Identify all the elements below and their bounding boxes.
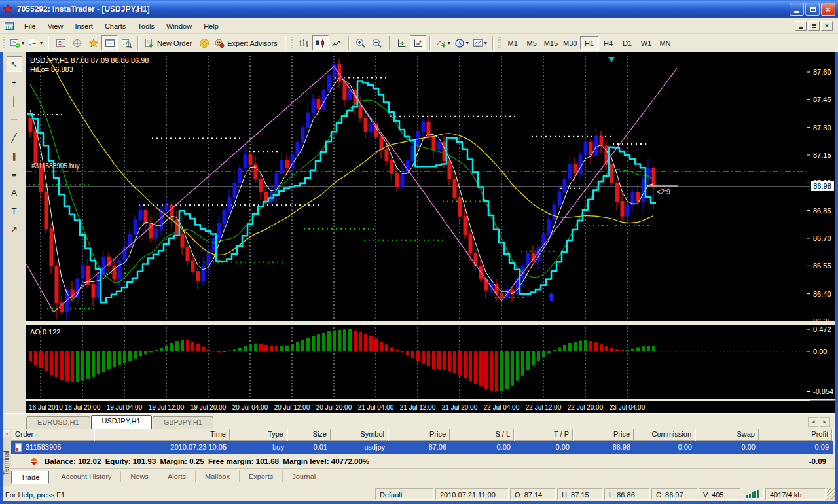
crosshair-tool-button[interactable]: + [7, 75, 22, 90]
templates-button[interactable]: ▾ [471, 35, 489, 50]
terminal-tab-alerts[interactable]: Alerts [158, 471, 196, 482]
terminal-tab-news[interactable]: News [121, 471, 158, 482]
zoom-in-button[interactable] [353, 35, 369, 50]
ao-bar [479, 351, 483, 386]
periods-button[interactable]: ▾ [452, 35, 471, 50]
timeframe-h4-button[interactable]: H4 [599, 36, 618, 50]
pane-divider[interactable] [26, 321, 810, 325]
terminal-button[interactable] [101, 35, 118, 50]
price-axis[interactable]: 87.6087.4587.3087.1587.0086.8586.7086.55… [810, 52, 835, 413]
column-header-type[interactable]: Type [230, 429, 288, 441]
candle [589, 142, 592, 155]
horizontal-line-tool-button[interactable]: ─ [7, 111, 22, 127]
expert-advisors-button[interactable]: Expert Advisors [212, 35, 281, 50]
time-axis-label: 21 Jul 12:00 [400, 404, 436, 411]
menu-charts[interactable]: Charts [99, 20, 132, 33]
close-button[interactable]: × [821, 3, 835, 16]
timeframe-h1-button[interactable]: H1 [580, 36, 599, 50]
chart-tab-gbpjpy-h1[interactable]: GBPJPY,H1 [153, 416, 213, 429]
terminal-tab-journal[interactable]: Journal [283, 471, 325, 482]
text-label-tool-button[interactable]: T [7, 203, 22, 219]
mdi-restore-icon [812, 24, 816, 28]
text-tool-button[interactable]: A [7, 185, 22, 200]
zoom-out-icon [372, 38, 382, 48]
timeframe-mn-button[interactable]: MN [656, 36, 675, 50]
menu-help[interactable]: Help [198, 20, 225, 33]
mdi-close-button[interactable]: × [821, 21, 833, 31]
terminal-tab-experts[interactable]: Experts [240, 471, 283, 482]
chart-bars-button[interactable] [296, 35, 312, 50]
vertical-line-tool-button[interactable]: │ [7, 93, 22, 109]
terminal-close-button[interactable]: x [3, 430, 10, 437]
ao-bar [81, 351, 84, 381]
terminal-tab-account-history[interactable]: Account History [52, 471, 121, 482]
chart-line-button[interactable] [329, 35, 345, 50]
auto-scroll-button[interactable] [393, 35, 410, 50]
fibonacci-tool-button[interactable]: ≡ [7, 166, 22, 182]
timeframe-m1-button[interactable]: M1 [503, 36, 522, 50]
indicators-button[interactable]: ▾ [434, 35, 452, 50]
column-header-s-l[interactable]: S / L [450, 429, 515, 441]
chart-candles-button[interactable] [312, 35, 329, 50]
chart-tab-usdjpy-h1[interactable]: USDJPY,H1 [91, 415, 152, 429]
trend-line-tool-button[interactable]: ╱ [7, 130, 22, 145]
arrows-tool-tool-button[interactable]: ↗ [7, 221, 22, 237]
menu-tools[interactable]: Tools [132, 20, 160, 33]
terminal-tab-trade[interactable]: Trade [11, 471, 49, 484]
chart-line-icon [331, 38, 342, 48]
tab-scroll-left-button[interactable]: ◄ [808, 417, 818, 427]
chart-tab-eurusd-h1[interactable]: EURUSD,H1 [26, 416, 90, 429]
column-header-price[interactable]: Price [389, 429, 450, 441]
timeframe-m30-button[interactable]: M30 [560, 36, 579, 50]
market-watch-button[interactable] [52, 35, 69, 50]
column-header-t-p[interactable]: T / P [515, 429, 574, 441]
title-bar[interactable]: 7055292: InstaTrader - [USDJPY,H1] × [0, 0, 838, 18]
tab-scroll-right-button[interactable]: ► [820, 417, 830, 427]
menu-insert[interactable]: Insert [69, 20, 99, 33]
new-order-icon [144, 38, 155, 48]
minimize-button[interactable] [790, 3, 804, 16]
column-header-size[interactable]: Size [288, 429, 331, 441]
zigzag-line [26, 67, 677, 312]
metaquotes-button[interactable] [196, 35, 212, 50]
toolbar-grip[interactable] [291, 37, 293, 50]
new-chart-button[interactable]: ▾ [8, 35, 26, 50]
timeframe-m15-button[interactable]: M15 [541, 36, 560, 50]
terminal-tab-mailbox[interactable]: Mailbox [196, 471, 240, 482]
ao-bar [385, 344, 388, 351]
column-header-time[interactable]: Time [95, 429, 230, 441]
profiles-button[interactable]: ▾ [26, 35, 45, 50]
column-header-symbol[interactable]: Symbol [331, 429, 389, 441]
instatrader-window: 7055292: InstaTrader - [USDJPY,H1] × Fil… [0, 0, 838, 504]
restore-button[interactable] [805, 3, 820, 16]
column-header-swap[interactable]: Swap [696, 429, 759, 441]
zoom-out-button[interactable] [369, 35, 386, 50]
column-header-profit[interactable]: Profit [759, 429, 833, 441]
toolbar: ▾▾New OrderExpert Advisors▾▾▾M1M5M15M30H… [0, 34, 838, 52]
cursor-tool-button[interactable]: ↖ [7, 56, 22, 72]
ao-bar [264, 345, 268, 351]
navigator-button[interactable] [85, 35, 101, 50]
timeframe-d1-button[interactable]: D1 [618, 36, 637, 50]
equidistant-channel-tool-button[interactable]: ∥ [7, 148, 22, 164]
column-header-commission[interactable]: Commission [634, 429, 696, 441]
toolbar-grip[interactable] [498, 37, 501, 50]
timeframe-m5-button[interactable]: M5 [522, 36, 541, 50]
new-order-button[interactable]: New Order [142, 35, 196, 50]
ao-bar [118, 351, 121, 365]
column-header-order[interactable]: Order △ [11, 429, 95, 441]
column-header-price[interactable]: Price [574, 429, 634, 441]
data-window-button[interactable] [69, 35, 85, 50]
menu-file[interactable]: File [18, 20, 42, 33]
mdi-restore-button[interactable] [808, 21, 820, 31]
order-row[interactable]: 3115839052010.07.23 10:05buy0.01usdjpy87… [11, 441, 833, 454]
timeframe-w1-button[interactable]: W1 [637, 36, 656, 50]
chart-shift-button[interactable] [410, 35, 426, 50]
mdi-minimize-button[interactable] [795, 21, 807, 31]
ao-bar [464, 351, 467, 378]
menu-window[interactable]: Window [160, 20, 198, 33]
menu-view[interactable]: View [42, 20, 69, 33]
strategy-tester-button[interactable] [118, 35, 134, 50]
chart-canvas[interactable]: USDJPY,H1 87.08 87.09 86.86 86.98HiLo= 8… [26, 52, 810, 413]
toolbar-grip[interactable] [3, 37, 5, 50]
